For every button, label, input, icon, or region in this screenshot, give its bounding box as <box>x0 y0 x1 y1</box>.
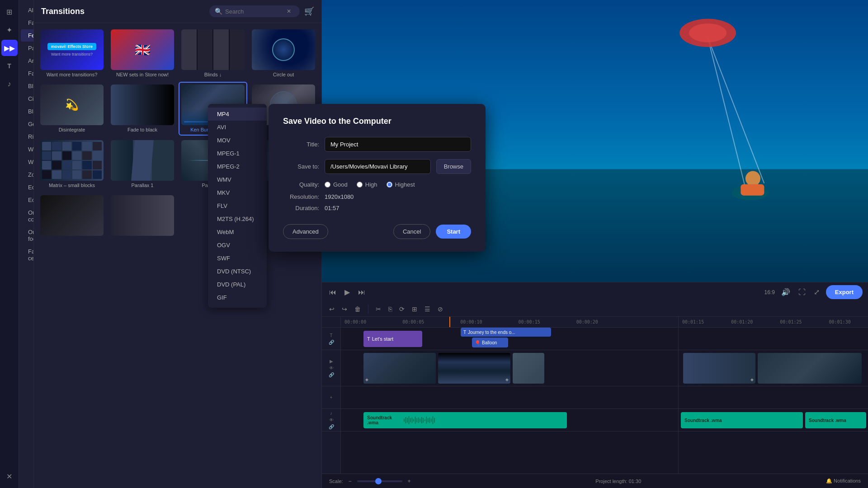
cart-icon[interactable]: 🛒 <box>304 6 314 16</box>
format-webm[interactable]: WebM <box>208 225 267 239</box>
video-clip-1[interactable]: ◈ <box>363 353 436 384</box>
title-row: Title: <box>283 137 471 152</box>
scale-plus[interactable]: + <box>408 478 411 484</box>
category-ecology[interactable]: Ecology <box>21 181 34 193</box>
aspect-ratio: 16:9 <box>764 289 774 296</box>
title-input[interactable] <box>325 137 471 152</box>
format-dvd-pal[interactable]: DVD (PAL) <box>208 278 267 291</box>
category-featured[interactable]: Featured <box>21 29 34 42</box>
category-blur[interactable]: Blur <box>21 80 34 92</box>
format-mpeg2[interactable]: MPEG-2 <box>208 160 267 173</box>
category-all[interactable]: All <box>21 4 34 16</box>
transition-dark1[interactable] <box>38 192 106 246</box>
category-circle[interactable]: Circle <box>21 93 34 105</box>
clip-journey[interactable]: T Journey to the ends o... <box>461 328 551 337</box>
expand-icon[interactable]: ⤢ <box>812 286 821 298</box>
category-artistic[interactable]: Artistic <box>21 55 34 67</box>
format-ogv[interactable]: OGV <box>208 239 267 252</box>
transition-parallax1[interactable]: Parallax 1 <box>108 137 177 191</box>
right-audio-2[interactable]: Soundtrack .wma <box>805 412 866 428</box>
category-ecotechnology[interactable]: Ecotechnology <box>21 194 34 206</box>
transition-circle-out[interactable]: Circle out <box>249 27 318 80</box>
dialog-title: Save Video to the Computer <box>283 117 471 126</box>
browse-button[interactable]: Browse <box>436 159 471 174</box>
quality-options: Good High Highest <box>325 181 415 188</box>
format-flv[interactable]: FLV <box>208 199 267 212</box>
search-clear-icon[interactable]: ✕ <box>287 8 291 14</box>
fullscreen-icon[interactable]: ⛶ <box>797 286 807 298</box>
scale-minus[interactable]: − <box>349 478 352 484</box>
notifications-btn[interactable]: 🔔 Notifications <box>826 478 861 484</box>
transition-dark2[interactable] <box>108 192 177 246</box>
search-bar: 🔍 ✕ <box>209 5 300 17</box>
right-video-track: ◈ <box>679 350 868 386</box>
format-avi[interactable]: AVI <box>208 121 267 134</box>
scale-slider[interactable] <box>357 480 402 482</box>
category-warp[interactable]: Warp <box>21 143 34 155</box>
category-organic-food[interactable]: Organic food <box>21 226 34 245</box>
sidebar-titles-btn[interactable]: T <box>1 58 18 74</box>
transition-disintegrate[interactable]: 💫 Disintegrate <box>38 82 106 136</box>
sidebar-effects-btn[interactable]: ✦ <box>1 22 18 38</box>
movavi-logo: movavi! Effects Store <box>47 43 96 50</box>
cancel-button[interactable]: Cancel <box>393 224 430 239</box>
video-clip-3[interactable] <box>513 353 544 384</box>
right-clip-1[interactable]: ◈ <box>683 353 755 384</box>
track-video-icon: ▶ <box>330 359 333 364</box>
advanced-button[interactable]: Advanced <box>283 224 328 239</box>
bottom-bar: Scale: − + Project length: 01:30 🔔 Notif… <box>322 474 868 488</box>
search-input[interactable] <box>225 8 284 15</box>
audio-clip-1[interactable]: Soundtrack .wma <box>363 412 567 428</box>
right-clip-2[interactable] <box>758 353 862 384</box>
svg-rect-26 <box>431 418 432 422</box>
svg-rect-20 <box>421 417 422 423</box>
quality-good[interactable]: Good <box>325 181 348 188</box>
format-swf[interactable]: SWF <box>208 252 267 265</box>
export-button[interactable]: Export <box>826 285 863 299</box>
transition-fade-black[interactable]: Fade to black <box>108 82 177 136</box>
category-ripple[interactable]: Ripple <box>21 131 34 143</box>
video-clip-2[interactable]: ◈ <box>438 353 510 384</box>
right-empty-track <box>679 386 868 409</box>
sidebar-tools-btn[interactable]: ✕ <box>1 468 18 484</box>
category-organic-cosmetics[interactable]: Organic cosmetics <box>21 206 34 225</box>
format-mov[interactable]: MOV <box>208 134 267 147</box>
category-zoom[interactable]: Zoom <box>21 169 34 181</box>
quality-high[interactable]: High <box>357 181 377 188</box>
format-gif[interactable]: GIF <box>208 291 267 304</box>
transition-blinds[interactable]: Blinds ↓ <box>179 27 247 80</box>
clip-balloon[interactable]: 🎈 Balloon <box>472 338 508 347</box>
sidebar-music-btn[interactable]: ♪ <box>1 76 18 92</box>
resolution-value: 868x488 <box>325 193 354 200</box>
sidebar-transitions-btn[interactable]: ▶▶ <box>1 40 18 56</box>
category-wipe[interactable]: Wipe <box>21 156 34 168</box>
text-track: T Let's start T Journey to the ends o...… <box>341 328 678 350</box>
format-m2ts[interactable]: M2TS (H.264) <box>208 212 267 225</box>
category-parallax[interactable]: Parallax <box>21 42 34 54</box>
sidebar-media-btn[interactable]: ⊞ <box>1 4 18 20</box>
right-audio-1[interactable]: Soundtrack .wma <box>681 412 803 428</box>
svg-rect-13 <box>410 418 411 422</box>
transition-new-sets[interactable]: 🇬🇧 NEW sets in Store now! <box>108 27 177 80</box>
category-fade[interactable]: Fade <box>21 67 34 80</box>
category-blocks[interactable]: Blocks <box>21 105 34 117</box>
transition-store[interactable]: movavi! Effects Store Want more transiti… <box>38 27 106 80</box>
quality-highest[interactable]: Highest <box>387 181 415 188</box>
category-geometric[interactable]: Geometric <box>21 118 34 130</box>
format-wmv[interactable]: WMV <box>208 173 267 186</box>
volume-icon[interactable]: 🔊 <box>779 286 792 298</box>
category-favorites[interactable]: Favorites <box>21 17 34 29</box>
rtime-2: 00:01:20 <box>731 319 753 324</box>
category-sidebar: All Favorites Featured Parallax Artistic… <box>19 0 34 488</box>
transition-fade-label: Fade to black <box>127 127 157 132</box>
format-dvd-ntsc[interactable]: DVD (NTSC) <box>208 265 267 278</box>
clip-lets-start[interactable]: T Let's start <box>363 331 422 347</box>
transition-blinds-label: Blinds ↓ <box>204 72 222 77</box>
start-button[interactable]: Start <box>436 225 471 239</box>
category-family[interactable]: Family celebrations <box>21 245 34 264</box>
format-mpeg1[interactable]: MPEG-1 <box>208 147 267 160</box>
format-mkv[interactable]: MKV <box>208 186 267 199</box>
format-mp4[interactable]: MP4 <box>208 108 267 121</box>
save-path-select[interactable]: /Users/Movies/Movavi Library <box>325 159 431 174</box>
transition-matrix[interactable]: Matrix – small blocks <box>38 137 106 191</box>
